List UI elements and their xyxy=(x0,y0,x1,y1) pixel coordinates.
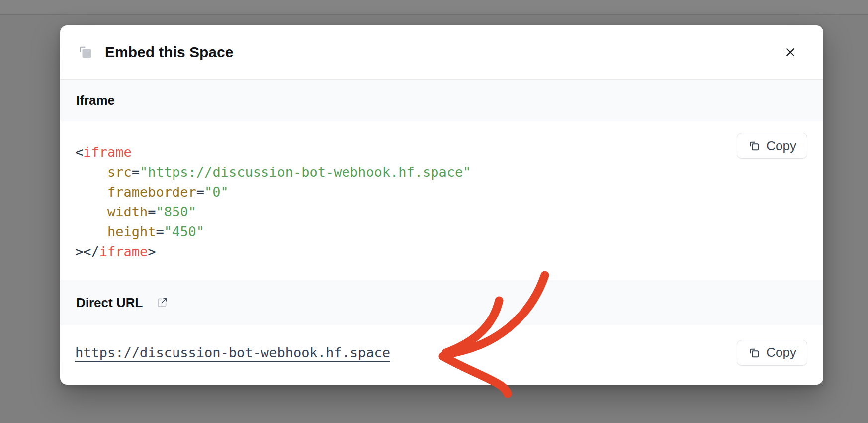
embed-space-dialog: Embed this Space Iframe <iframe src="htt… xyxy=(60,25,823,385)
page-title: Embed this Space xyxy=(105,44,233,61)
section-header-iframe: Iframe xyxy=(60,79,823,121)
external-link-icon[interactable] xyxy=(156,296,169,309)
copy-button-label: Copy xyxy=(766,138,796,154)
direct-url-link[interactable]: https://discussion-bot-webhook.hf.space xyxy=(75,345,390,360)
backdrop-seam xyxy=(0,0,868,15)
embed-copy-icon xyxy=(77,44,94,61)
direct-url-row: https://discussion-bot-webhook.hf.space … xyxy=(60,325,823,385)
copy-button-label: Copy xyxy=(766,345,796,360)
dialog-header: Embed this Space xyxy=(60,25,823,79)
section-header-direct-url: Direct URL xyxy=(60,280,823,325)
close-button[interactable] xyxy=(780,41,801,63)
copy-url-button[interactable]: Copy xyxy=(737,340,807,366)
direct-url-section-label: Direct URL xyxy=(76,295,143,311)
copy-icon xyxy=(748,139,761,152)
close-icon xyxy=(783,45,797,59)
copy-icon xyxy=(748,346,761,359)
code-block: <iframe src="https://discussion-bot-webh… xyxy=(75,142,807,262)
iframe-section-label: Iframe xyxy=(76,93,115,108)
copy-iframe-button[interactable]: Copy xyxy=(737,133,807,159)
iframe-code-section: <iframe src="https://discussion-bot-webh… xyxy=(60,121,823,280)
